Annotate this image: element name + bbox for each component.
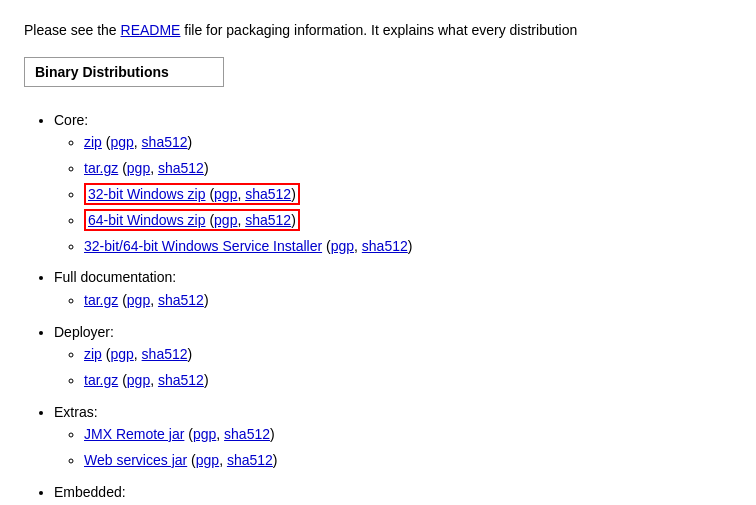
deployer-zip-sha512[interactable]: sha512 [142,346,188,362]
core-32bit-zip-link[interactable]: 32-bit Windows zip [88,186,206,202]
main-distribution-list: Core: zip (pgp, sha512) tar.gz (pgp, sha… [54,109,732,505]
core-32bit-pgp[interactable]: pgp [214,186,237,202]
list-item: Web services jar (pgp, sha512) [84,449,732,473]
core-targz-sha512[interactable]: sha512 [158,160,204,176]
deployer-zip-pgp[interactable]: pgp [110,346,133,362]
core-64bit-zip-link[interactable]: 64-bit Windows zip [88,212,206,228]
list-item-installer: 32-bit/64-bit Windows Service Installer … [84,235,732,259]
core-zip-pgp[interactable]: pgp [110,134,133,150]
core-zip-link[interactable]: zip [84,134,102,150]
list-item-fulldoc: Full documentation: tar.gz (pgp, sha512) [54,266,732,312]
list-item-embedded: Embedded: tar.gz (pgp, sha512) [54,481,732,505]
intro-text-after: file for packaging information. It expla… [180,22,577,38]
extras-jmx-sha512[interactable]: sha512 [224,426,270,442]
list-item-32bit: 32-bit Windows zip (pgp, sha512) [84,183,732,207]
list-item-deployer: Deployer: zip (pgp, sha512) tar.gz (pgp,… [54,321,732,393]
core-targz-pgp[interactable]: pgp [127,160,150,176]
embedded-label: Embedded: [54,484,126,500]
fulldoc-label: Full documentation: [54,269,176,285]
fulldoc-sub-list: tar.gz (pgp, sha512) [84,289,732,313]
list-item: tar.gz (pgp, sha512) [84,369,732,393]
core-64bit-sha512[interactable]: sha512 [245,212,291,228]
extras-webservices-pgp[interactable]: pgp [196,452,219,468]
deployer-sub-list: zip (pgp, sha512) tar.gz (pgp, sha512) [84,343,732,393]
deployer-zip-link[interactable]: zip [84,346,102,362]
fulldoc-pgp[interactable]: pgp [127,292,150,308]
fulldoc-targz-link[interactable]: tar.gz [84,292,118,308]
core-installer-sha512[interactable]: sha512 [362,238,408,254]
intro-text-before: Please see the [24,22,121,38]
readme-link[interactable]: README [121,22,181,38]
core-installer-link[interactable]: 32-bit/64-bit Windows Service Installer [84,238,322,254]
list-item: JMX Remote jar (pgp, sha512) [84,423,732,447]
list-item-core: Core: zip (pgp, sha512) tar.gz (pgp, sha… [54,109,732,258]
list-item-64bit: 64-bit Windows zip (pgp, sha512) [84,209,732,233]
list-item: tar.gz (pgp, sha512) [84,289,732,313]
core-64bit-pgp[interactable]: pgp [214,212,237,228]
list-item: zip (pgp, sha512) [84,131,732,155]
core-zip-sha512[interactable]: sha512 [142,134,188,150]
deployer-targz-sha512[interactable]: sha512 [158,372,204,388]
list-item: zip (pgp, sha512) [84,343,732,367]
extras-jmx-link[interactable]: JMX Remote jar [84,426,184,442]
core-32bit-sha512[interactable]: sha512 [245,186,291,202]
section-title: Binary Distributions [35,64,169,80]
extras-webservices-link[interactable]: Web services jar [84,452,187,468]
section-header-box: Binary Distributions [24,57,224,87]
core-targz-link[interactable]: tar.gz [84,160,118,176]
core-sub-list: zip (pgp, sha512) tar.gz (pgp, sha512) 3… [84,131,732,258]
extras-label: Extras: [54,404,98,420]
list-item-extras: Extras: JMX Remote jar (pgp, sha512) Web… [54,401,732,473]
extras-jmx-pgp[interactable]: pgp [193,426,216,442]
core-installer-pgp[interactable]: pgp [331,238,354,254]
deployer-label: Deployer: [54,324,114,340]
extras-webservices-sha512[interactable]: sha512 [227,452,273,468]
deployer-targz-link[interactable]: tar.gz [84,372,118,388]
deployer-targz-pgp[interactable]: pgp [127,372,150,388]
core-label: Core: [54,112,88,128]
extras-sub-list: JMX Remote jar (pgp, sha512) Web service… [84,423,732,473]
list-item: tar.gz (pgp, sha512) [84,157,732,181]
fulldoc-sha512[interactable]: sha512 [158,292,204,308]
intro-paragraph: Please see the README file for packaging… [24,20,732,41]
